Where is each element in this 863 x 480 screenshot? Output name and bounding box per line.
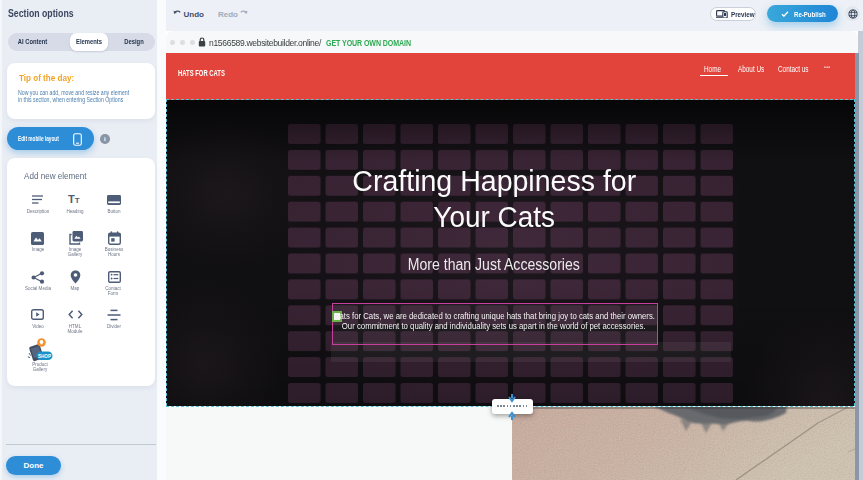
svg-text:SHOP: SHOP <box>38 354 51 359</box>
